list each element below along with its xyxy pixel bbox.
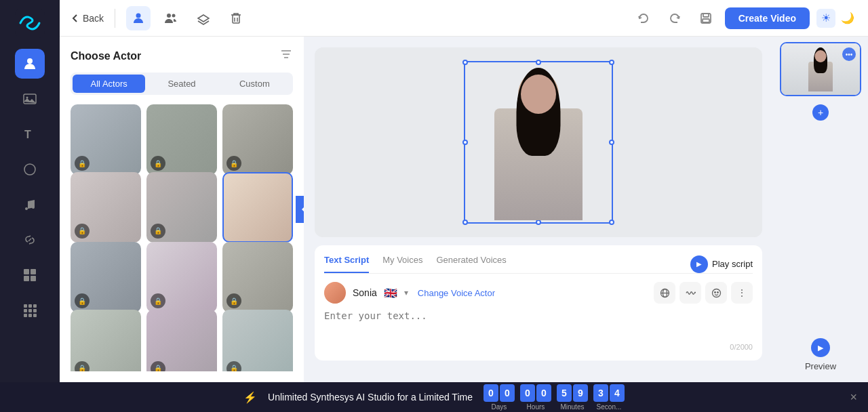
sidebar: T: [0, 0, 60, 382]
svg-point-1: [27, 58, 33, 64]
svg-rect-12: [31, 276, 36, 281]
timer-minutes-label: Minutes: [560, 403, 584, 411]
content-area: Choose Actor All Actors Seated Custom 🔒: [60, 37, 868, 382]
person-icon-btn[interactable]: [126, 6, 151, 30]
more-action-button[interactable]: ⋮: [731, 282, 753, 304]
script-text-input[interactable]: [324, 310, 753, 337]
svg-point-23: [167, 14, 171, 18]
svg-rect-29: [703, 14, 709, 17]
actor-card[interactable]: [222, 172, 293, 243]
timer-minutes: 5 9 Minutes: [557, 384, 588, 411]
actor-card[interactable]: 🔒: [146, 172, 217, 243]
actor-card[interactable]: 🔒: [71, 104, 141, 175]
tab-my-voices[interactable]: My Voices: [382, 255, 422, 273]
sidebar-text-icon[interactable]: T: [15, 119, 45, 149]
actor-card[interactable]: 🔒: [71, 242, 141, 312]
svg-rect-16: [24, 309, 27, 312]
emoji-action-button[interactable]: [705, 282, 727, 304]
timer-sec-0: 3: [593, 384, 608, 402]
sidebar-actors-icon[interactable]: [15, 49, 45, 79]
actor-card[interactable]: 🔒: [146, 242, 217, 312]
create-video-button[interactable]: Create Video: [725, 7, 810, 29]
timer-days-label: Days: [492, 403, 507, 411]
lock-badge: 🔒: [226, 293, 241, 308]
voice-dropdown[interactable]: ▾: [404, 288, 408, 297]
filter-icon[interactable]: [279, 47, 293, 64]
redo-button[interactable]: [663, 6, 687, 30]
timer-hours-label: Hours: [527, 403, 545, 411]
timer-min-0: 5: [557, 384, 572, 402]
tab-custom[interactable]: Custom: [218, 75, 291, 93]
bottom-banner: ⚡ Unlimited Synthesys AI Studio for a Li…: [0, 382, 868, 412]
tab-all-actors[interactable]: All Actors: [73, 75, 145, 93]
light-theme-button[interactable]: ☀: [816, 9, 835, 28]
preview-more-icon[interactable]: •••: [842, 47, 856, 61]
svg-rect-15: [33, 304, 37, 308]
timer-day-0: 0: [484, 384, 498, 402]
actor-card[interactable]: 🔒: [146, 104, 217, 175]
actor-card[interactable]: 🔒: [222, 242, 293, 312]
sidebar-shape-icon[interactable]: [15, 154, 45, 184]
topbar: Back: [60, 0, 868, 37]
lightning-icon: ⚡: [243, 391, 257, 404]
sidebar-music-icon[interactable]: [15, 190, 45, 220]
topbar-right: Create Video ☀ 🌙: [631, 6, 857, 30]
lock-badge: 🔒: [75, 224, 90, 239]
banner-close-button[interactable]: ×: [850, 390, 857, 405]
group-icon-btn[interactable]: [159, 6, 183, 30]
svg-point-5: [24, 164, 35, 175]
timer-hour-0: 0: [520, 384, 535, 402]
actor-card[interactable]: 🔒: [222, 104, 293, 175]
svg-point-6: [25, 207, 28, 210]
svg-rect-17: [28, 309, 32, 312]
theme-toggle: ☀ 🌙: [816, 9, 857, 28]
collapse-handle[interactable]: [296, 196, 304, 223]
sidebar-gallery-icon[interactable]: [15, 260, 45, 290]
add-scene-button[interactable]: +: [812, 104, 829, 121]
play-icon: ▶: [690, 255, 708, 273]
actor-card[interactable]: 🔒: [146, 310, 217, 372]
tab-seated[interactable]: Seated: [145, 75, 218, 93]
timer-sec-1: 4: [610, 384, 625, 402]
preview-play-button[interactable]: ▶: [811, 338, 830, 357]
timer-hours-digits: 0 0: [520, 384, 551, 402]
svg-rect-20: [28, 314, 32, 317]
svg-point-22: [136, 13, 141, 18]
actor-card[interactable]: 🔒: [71, 172, 141, 243]
svg-rect-11: [24, 276, 29, 281]
back-button[interactable]: Back: [71, 13, 104, 24]
actor-tab-bar: All Actors Seated Custom: [71, 73, 293, 95]
script-tabs: Text Script My Voices Generated Voices ▶…: [324, 255, 753, 274]
save-button[interactable]: [694, 6, 718, 30]
svg-text:T: T: [24, 129, 31, 140]
timer-group: 0 0 Days 0 0 Hours 5 9 Minutes 3 4 Secon…: [484, 384, 625, 411]
globe-action-button[interactable]: [654, 282, 675, 304]
play-script-label: Play script: [712, 259, 753, 269]
play-script-button[interactable]: ▶ Play script: [690, 255, 753, 273]
sidebar-grid-icon[interactable]: [15, 295, 45, 325]
divider: [115, 9, 115, 28]
actor-card[interactable]: 🔒: [71, 310, 141, 372]
delete-icon-btn[interactable]: [224, 6, 248, 30]
app-logo: [15, 8, 45, 38]
actor-card[interactable]: 🔒: [222, 310, 293, 372]
tab-generated-voices[interactable]: Generated Voices: [436, 255, 506, 273]
sidebar-image-icon[interactable]: [15, 84, 45, 114]
wave-action-button[interactable]: [679, 282, 701, 304]
canvas-actor[interactable]: [476, 64, 601, 220]
layers-icon-btn[interactable]: [191, 6, 216, 30]
sidebar-link-icon[interactable]: [15, 225, 45, 255]
timer-hours: 0 0 Hours: [520, 384, 551, 411]
undo-button[interactable]: [631, 6, 656, 30]
video-canvas: [315, 47, 762, 237]
lock-badge: 🔒: [75, 156, 90, 171]
change-voice-button[interactable]: Change Voice Actor: [418, 288, 495, 298]
svg-point-7: [32, 206, 35, 209]
tab-text-script[interactable]: Text Script: [324, 255, 369, 273]
dark-theme-button[interactable]: 🌙: [838, 9, 857, 28]
lock-badge: 🔒: [75, 361, 90, 372]
svg-rect-21: [33, 314, 37, 317]
lock-badge: 🔒: [226, 156, 241, 171]
preview-thumbnail[interactable]: •••: [780, 42, 861, 96]
back-label: Back: [83, 13, 104, 24]
